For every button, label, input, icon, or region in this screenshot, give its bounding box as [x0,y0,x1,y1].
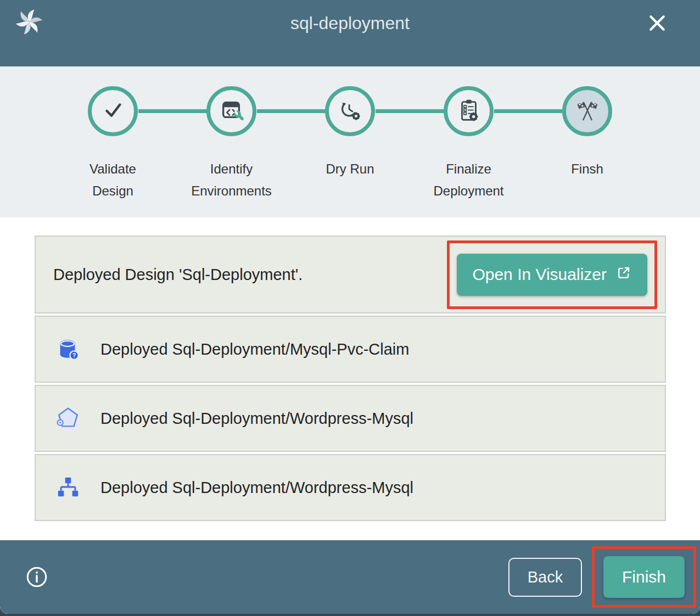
code-window-wrench-icon [219,98,244,125]
back-button[interactable]: Back [508,558,582,597]
step-label-line: Validate [89,158,136,180]
deployed-item-text: Deployed Sql-Deployment/Wordpress-Mysql [100,410,413,428]
deployment-results: Deployed Design 'Sql-Deployment'. Open I… [0,217,700,540]
step-label-line: Environments [191,180,272,202]
annotation-box-visualizer: Open In Visualizer [447,240,657,309]
info-icon[interactable] [24,564,49,590]
pentagon-icon [55,406,81,431]
step-finish-circle[interactable] [562,86,612,136]
step-label: Dry Run [326,158,374,180]
deployed-design-message: Deployed Design 'Sql-Deployment'. [53,266,303,284]
finish-button[interactable]: Finish [603,556,685,598]
step-finish: Finsh [528,66,647,202]
step-label: Finsh [571,158,603,180]
step-label-line: Design [89,180,136,202]
modal-title: sql-deployment [0,13,700,33]
step-label: Finalize Deployment [433,158,503,202]
step-finalize-deployment-circle[interactable] [444,86,494,136]
external-link-icon [615,265,632,285]
step-identify-environments-circle[interactable] [206,86,256,136]
deployment-wizard-modal: sql-deployment V [0,0,700,614]
history-gear-icon [338,98,363,125]
open-in-visualizer-label: Open In Visualizer [472,265,607,284]
deployed-item-row: Deployed Sql-Deployment/Wordpress-Mysql [35,385,666,452]
svg-text:?: ? [72,352,76,359]
database-icon: ? [55,337,81,362]
step-dry-run-circle[interactable] [325,86,375,136]
step-validate-design-circle[interactable] [88,86,138,136]
modal-header: sql-deployment [0,0,700,66]
check-icon [100,98,126,125]
deployed-item-row: ? Deployed Sql-Deployment/Mysql-Pvc-Clai… [35,316,666,383]
deployment-stepper: Validate Design [0,66,700,217]
step-label-line: Finsh [571,158,603,180]
deployed-item-text: Deployed Sql-Deployment/Wordpress-Mysql [100,479,413,497]
stepper-connector [138,109,206,113]
checkered-flags-icon [575,98,600,125]
open-in-visualizer-button[interactable]: Open In Visualizer [457,254,647,296]
annotation-box-finish: Finish [592,546,696,608]
step-label-line: Dry Run [326,158,374,180]
stepper-connector [257,109,325,113]
deployed-item-row: Deployed Sql-Deployment/Wordpress-Mysql [35,454,666,521]
step-label-line: Identify [191,158,272,180]
step-label: Identify Environments [191,158,272,202]
step-label-line: Deployment [433,180,503,202]
deployed-design-card: Deployed Design 'Sql-Deployment'. Open I… [35,236,666,313]
step-dry-run: Dry Run [291,66,410,202]
modal-footer: Back Finish [0,540,700,614]
hierarchy-icon [55,475,81,500]
stepper-connector [494,109,562,113]
stepper-connector [376,109,444,113]
step-finalize-deployment: Finalize Deployment [410,66,528,202]
deployed-item-text: Deployed Sql-Deployment/Mysql-Pvc-Claim [100,340,409,359]
step-label-line: Finalize [433,158,503,180]
step-label: Validate Design [89,158,136,202]
close-icon[interactable] [646,12,668,34]
step-validate-design: Validate Design [54,66,172,202]
clipboard-gear-icon [456,98,481,125]
step-identify-environments: Identify Environments [172,66,291,202]
